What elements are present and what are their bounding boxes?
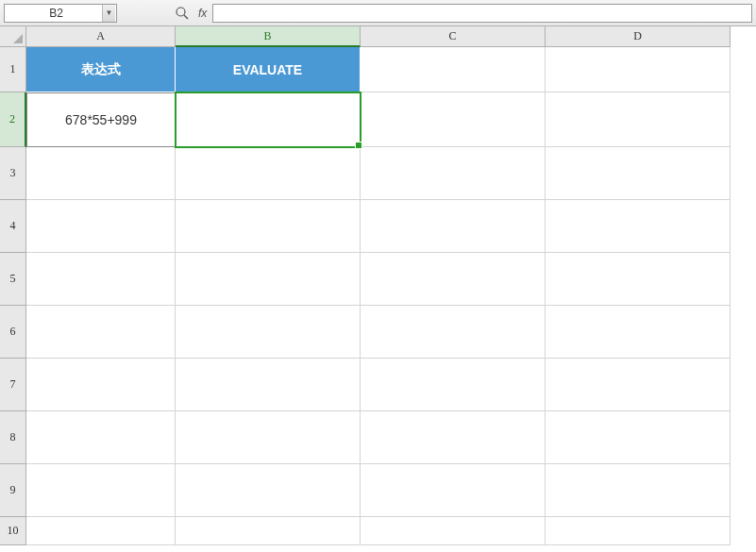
row-header-6[interactable]: 6 <box>0 306 26 359</box>
cell-C4[interactable] <box>361 200 546 253</box>
col-header-B[interactable]: B <box>176 26 361 47</box>
cell-D1[interactable] <box>546 47 731 92</box>
cell-D8[interactable] <box>546 411 731 464</box>
cell-B3[interactable] <box>176 147 361 200</box>
spreadsheet-grid: A B C D 1 表达式 EVALUATE 2 678*55+999 3 4 <box>0 26 756 545</box>
cell-A8[interactable] <box>26 411 176 464</box>
row-header-5[interactable]: 5 <box>0 253 26 306</box>
cell-A2[interactable]: 678*55+999 <box>26 92 176 147</box>
cell-B4[interactable] <box>176 200 361 253</box>
svg-line-1 <box>184 15 188 19</box>
cell-B2[interactable] <box>176 92 361 147</box>
row-header-1[interactable]: 1 <box>0 47 26 92</box>
cell-C10[interactable] <box>361 517 546 545</box>
row-header-8[interactable]: 8 <box>0 411 26 464</box>
cell-C8[interactable] <box>361 411 546 464</box>
cell-B7[interactable] <box>176 359 361 411</box>
cell-A10[interactable] <box>26 517 176 545</box>
chevron-down-icon[interactable]: ▼ <box>102 5 115 22</box>
cell-C3[interactable] <box>361 147 546 200</box>
cell-B10[interactable] <box>176 517 361 545</box>
col-header-C[interactable]: C <box>361 26 546 47</box>
cell-D7[interactable] <box>546 359 731 411</box>
cell-B8[interactable] <box>176 411 361 464</box>
cell-B5[interactable] <box>176 253 361 306</box>
fx-icon[interactable]: fx <box>198 7 207 20</box>
cell-C7[interactable] <box>361 359 546 411</box>
row-header-4[interactable]: 4 <box>0 200 26 253</box>
row-header-3[interactable]: 3 <box>0 147 26 200</box>
cell-D4[interactable] <box>546 200 731 253</box>
svg-point-0 <box>176 8 185 16</box>
cell-A3[interactable] <box>26 147 176 200</box>
cell-A5[interactable] <box>26 253 176 306</box>
column-headers: A B C D <box>26 26 756 47</box>
cell-A9[interactable] <box>26 464 176 517</box>
cell-A7[interactable] <box>26 359 176 411</box>
row-header-9[interactable]: 9 <box>0 464 26 517</box>
cell-C1[interactable] <box>361 47 546 92</box>
cell-D10[interactable] <box>546 517 731 545</box>
row-header-7[interactable]: 7 <box>0 359 26 411</box>
cell-B1[interactable]: EVALUATE <box>176 47 361 92</box>
name-box-value: B2 <box>10 7 102 20</box>
cell-C6[interactable] <box>361 306 546 359</box>
name-box[interactable]: B2 ▼ <box>4 4 117 23</box>
cell-D9[interactable] <box>546 464 731 517</box>
cell-D3[interactable] <box>546 147 731 200</box>
cell-A6[interactable] <box>26 306 176 359</box>
cell-B9[interactable] <box>176 464 361 517</box>
cell-D5[interactable] <box>546 253 731 306</box>
formula-toolbar: B2 ▼ fx <box>0 0 756 26</box>
cell-A1[interactable]: 表达式 <box>26 47 176 92</box>
row-header-10[interactable]: 10 <box>0 517 26 545</box>
cell-C2[interactable] <box>361 92 546 147</box>
col-header-A[interactable]: A <box>26 26 176 47</box>
col-header-D[interactable]: D <box>546 26 731 47</box>
select-all-corner[interactable] <box>0 26 26 47</box>
cell-C9[interactable] <box>361 464 546 517</box>
cell-C5[interactable] <box>361 253 546 306</box>
magnifier-icon[interactable] <box>174 5 191 22</box>
row-header-2[interactable]: 2 <box>0 92 26 147</box>
cell-B6[interactable] <box>176 306 361 359</box>
cell-A4[interactable] <box>26 200 176 253</box>
cell-D2[interactable] <box>546 92 731 147</box>
cell-D6[interactable] <box>546 306 731 359</box>
formula-bar-input[interactable] <box>212 4 752 23</box>
